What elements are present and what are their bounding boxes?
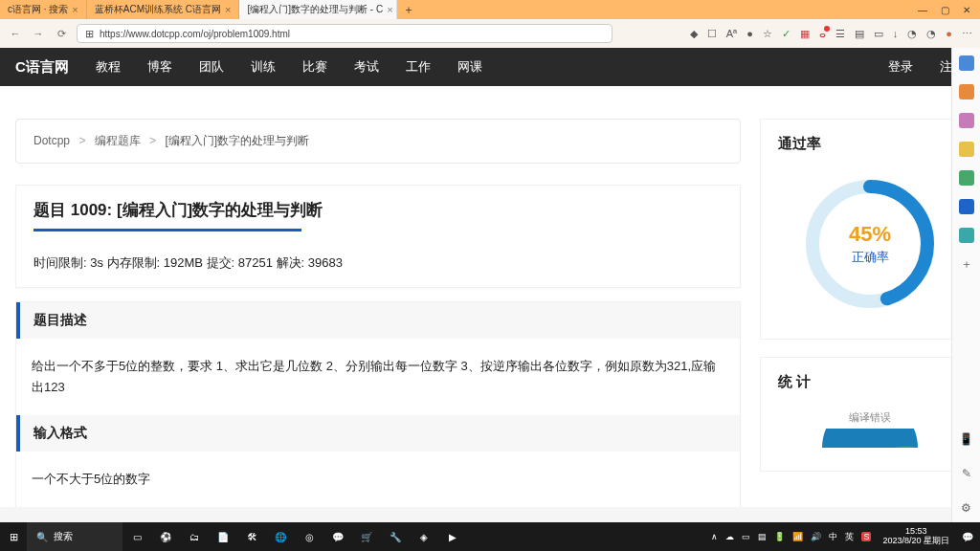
ufo-icon[interactable]: ◔	[907, 28, 917, 40]
teams-icon[interactable]	[959, 228, 974, 243]
nav-item-blog[interactable]: 博客	[147, 58, 172, 76]
outlook-icon[interactable]	[959, 199, 974, 214]
title-underline	[33, 229, 301, 231]
tray-icon[interactable]: ▭	[742, 532, 750, 541]
forward-button[interactable]: →	[31, 28, 46, 39]
record-icon[interactable]: ●	[746, 28, 753, 39]
shield-icon[interactable]: ◆	[690, 28, 698, 40]
cast-icon[interactable]: ◔	[926, 28, 936, 40]
book-icon[interactable]: ▭	[874, 28, 883, 40]
problem-title-card: 题目 1009: [编程入门]数字的处理与判断 时间限制: 3s 内存限制: 1…	[15, 185, 741, 288]
gauge-percent: 45%	[849, 222, 891, 247]
tray-icon[interactable]: 🔋	[774, 532, 785, 541]
tray-up-icon[interactable]: ∧	[711, 532, 718, 541]
shop-icon[interactable]	[959, 84, 974, 99]
tray-icon[interactable]: ▤	[758, 532, 767, 541]
edit-icon[interactable]: ✎	[962, 467, 971, 480]
nav-item-tutorial[interactable]: 教程	[96, 58, 121, 76]
app-icon[interactable]: 🛒	[352, 522, 381, 551]
stats-card: 统 计 编译错误	[760, 357, 980, 472]
avatar-icon[interactable]: ●	[946, 28, 952, 39]
app-icon[interactable]: 📄	[209, 522, 237, 551]
youtube-icon[interactable]: ▶	[438, 522, 467, 551]
tab-close-icon[interactable]: ×	[225, 4, 231, 15]
tab-label: [编程入门]数字的处理与判断 - C	[247, 3, 383, 16]
explorer-icon[interactable]: 🗂	[180, 522, 209, 551]
vs-icon[interactable]: ◈	[410, 522, 438, 551]
nav-item-work[interactable]: 工作	[406, 58, 431, 76]
browser-tab-0[interactable]: c语言网 · 搜索×	[0, 0, 87, 19]
tray-lang[interactable]: 中	[829, 531, 837, 543]
edge-icon[interactable]: 🌐	[266, 522, 295, 551]
more-icon[interactable]: ⋯	[962, 28, 972, 40]
settings-icon[interactable]: ⚙	[961, 501, 971, 515]
wechat-icon[interactable]: 💬	[323, 522, 352, 551]
cube-icon[interactable]: ☐	[707, 28, 717, 40]
volume-icon[interactable]: 🔊	[811, 532, 821, 541]
chat-icon[interactable]	[959, 55, 974, 71]
taskbar-clock[interactable]: 15:53 2023/8/20 星期日	[877, 527, 955, 546]
sogou-icon[interactable]: S	[861, 532, 871, 541]
breadcrumb-mid[interactable]: 编程题库	[95, 134, 141, 147]
refresh-button[interactable]: ⟳	[54, 28, 69, 40]
nav-login[interactable]: 登录	[888, 58, 913, 76]
translate-icon[interactable]: Aª	[726, 28, 737, 39]
windows-taskbar: ⊞ 🔍搜索 ▭ ⚽ 🗂 📄 🛠 🌐 ◎ 💬 🛒 🔧 ◈ ▶ ∧ ☁ ▭ ▤ 🔋 …	[0, 522, 980, 551]
passrate-gauge: 45% 正确率	[798, 172, 942, 316]
app-icon[interactable]: ⚽	[151, 522, 180, 551]
chrome-icon[interactable]: ◎	[295, 522, 323, 551]
system-tray[interactable]: ∧ ☁ ▭ ▤ 🔋 📶 🔊 中 英 S	[705, 531, 877, 543]
browser-tab-1[interactable]: 蓝桥杯ACM训练系统 C语言网×	[87, 0, 240, 19]
nav-item-course[interactable]: 网课	[457, 58, 482, 76]
notification-button[interactable]: 💬	[955, 522, 980, 551]
grid-icon[interactable]: ▦	[800, 28, 810, 40]
url-text: https://www.dotcpp.com/oj/problem1009.ht…	[100, 29, 290, 39]
sheets-icon[interactable]	[959, 170, 974, 186]
ext-icon[interactable]: ☰	[835, 28, 845, 40]
people-icon[interactable]	[959, 113, 974, 128]
tab-close-icon[interactable]: ×	[72, 4, 78, 15]
breadcrumb-leaf: [编程入门]数字的处理与判断	[165, 134, 309, 147]
star-panel-icon[interactable]	[959, 142, 974, 157]
star-icon[interactable]: ☆	[763, 28, 772, 40]
problem-meta: 时间限制: 3s 内存限制: 192MB 提交: 87251 解决: 39683	[33, 254, 723, 272]
tab-close-icon[interactable]: ×	[387, 4, 392, 15]
site-navbar: C语言网 教程 博客 团队 训练 比赛 考试 工作 网课 登录 注册	[0, 48, 980, 86]
url-input[interactable]: ⊞ https://www.dotcpp.com/oj/problem1009.…	[77, 24, 612, 43]
check-icon[interactable]: ✓	[782, 28, 791, 40]
tray-ime[interactable]: 英	[845, 531, 854, 543]
breadcrumb-home[interactable]: Dotcpp	[33, 134, 70, 147]
browser-tab-2[interactable]: [编程入门]数字的处理与判断 - C×	[239, 0, 397, 19]
gift-icon[interactable]: ▤	[855, 28, 864, 40]
nav-item-contest[interactable]: 比赛	[302, 58, 327, 76]
tray-icon[interactable]: ☁	[725, 532, 734, 541]
nav-item-train[interactable]: 训练	[251, 58, 276, 76]
breadcrumb-sep: >	[149, 134, 156, 147]
taskbar-search[interactable]: 🔍搜索	[27, 522, 122, 551]
nav-item-exam[interactable]: 考试	[354, 58, 379, 76]
app-icon[interactable]: 🛠	[237, 522, 266, 551]
section-body-input: 一个不大于5位的数字	[16, 452, 740, 507]
gauge-label: 正确率	[852, 249, 889, 266]
bag-icon[interactable]: ⴰ	[819, 28, 826, 40]
window-minimize-button[interactable]: —	[918, 5, 927, 15]
new-tab-button[interactable]: ＋	[397, 2, 420, 18]
add-tool-button[interactable]: ＋	[961, 256, 972, 273]
passrate-card: 通过率 45% 正确率	[760, 119, 980, 340]
nav-item-team[interactable]: 团队	[199, 58, 224, 76]
breadcrumb-sep: >	[78, 134, 85, 147]
section-head-input: 输入格式	[16, 415, 740, 452]
search-label: 搜索	[54, 530, 73, 543]
download-icon[interactable]: ↓	[893, 28, 899, 39]
search-icon: 🔍	[36, 532, 48, 542]
window-maximize-button[interactable]: ▢	[941, 5, 949, 15]
back-button[interactable]: ←	[8, 28, 23, 39]
start-button[interactable]: ⊞	[0, 522, 27, 551]
window-close-button[interactable]: ✕	[963, 5, 970, 15]
lock-icon: ⊞	[85, 28, 94, 40]
phone-icon[interactable]: 📱	[959, 432, 973, 446]
wifi-icon[interactable]: 📶	[792, 532, 803, 541]
taskview-icon[interactable]: ▭	[122, 522, 151, 551]
site-brand[interactable]: C语言网	[15, 58, 69, 77]
app-icon[interactable]: 🔧	[381, 522, 410, 551]
